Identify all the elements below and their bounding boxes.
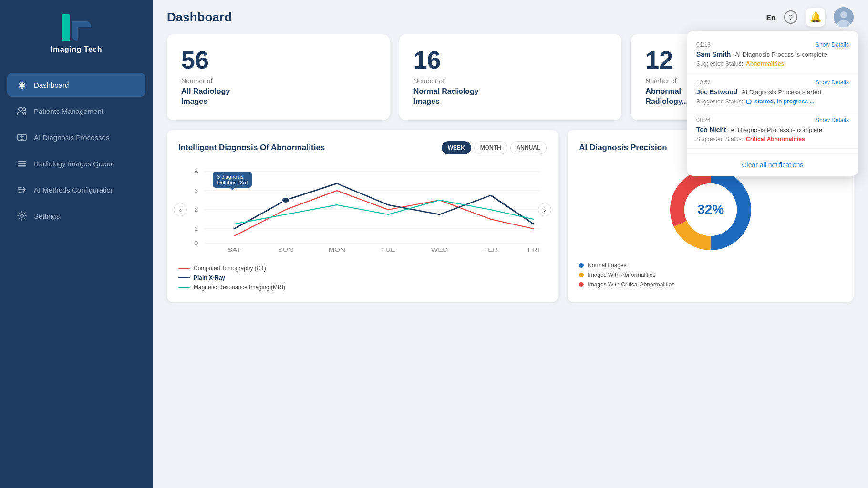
svg-text:1: 1 xyxy=(194,226,198,232)
notif-content-3: Teo Nicht AI Diagnosis Process is comple… xyxy=(696,125,849,134)
sidebar-item-queue[interactable]: Radiology Images Queue xyxy=(7,152,145,175)
notif-status-badge-2: started, in progress ... xyxy=(754,98,814,105)
svg-rect-3 xyxy=(18,161,26,162)
user-avatar[interactable] xyxy=(834,7,854,27)
chart-tooltip: 3 diagnosis October 23rd xyxy=(213,172,252,188)
sidebar-brand: Imaging Tech xyxy=(51,45,102,54)
legend-label-xray: Plain X-Ray xyxy=(194,274,225,281)
sidebar-item-label: AI Diagnosis Processes xyxy=(34,133,109,142)
notif-show-details-1[interactable]: Show Details xyxy=(816,41,849,48)
notif-status-row-1: Suggested Status: Abnormalities xyxy=(696,61,849,67)
sidebar-item-methods[interactable]: AI Methods Configuration xyxy=(7,178,145,202)
donut-chart-container: 32% xyxy=(579,162,842,257)
header: Dashboard En ? 🔔 xyxy=(153,0,868,34)
svg-point-0 xyxy=(19,107,22,111)
notif-show-details-3[interactable]: Show Details xyxy=(816,117,849,123)
legend-label-ct: Computed Tomography (CT) xyxy=(194,265,266,272)
stat-number-normal: 16 xyxy=(413,48,608,72)
chart-legend: Computed Tomography (CT) Plain X-Ray Mag… xyxy=(178,265,547,291)
notif-name-3: Teo Nicht xyxy=(696,126,726,133)
settings-icon xyxy=(17,211,27,221)
notif-time-row-1: 01:13 Show Details xyxy=(696,41,849,48)
svg-point-6 xyxy=(21,214,23,217)
line-chart-area: ‹ › 3 diagnosis October 23rd xyxy=(178,162,547,257)
legend-label-abnormal: Images With Abnormalities xyxy=(588,272,655,278)
svg-text:TUE: TUE xyxy=(381,247,396,253)
stat-card-all: 56 Number of All RadiologyImages xyxy=(167,34,390,120)
legend-item-xray: Plain X-Ray xyxy=(178,274,547,281)
sidebar-item-ai-diagnosis[interactable]: AI Diagnosis Processes xyxy=(7,125,145,149)
chart-nav-left[interactable]: ‹ xyxy=(174,203,187,216)
legend-circle-abnormal xyxy=(579,273,584,277)
donut-legend-abnormal: Images With Abnormalities xyxy=(579,272,842,278)
notif-show-details-2[interactable]: Show Details xyxy=(816,79,849,86)
sidebar: Imaging Tech ◉ Dashboard Patients Manage… xyxy=(0,0,153,488)
notif-status-label-3: Suggested Status: xyxy=(696,136,743,142)
tooltip-value: 3 diagnosis xyxy=(217,174,248,180)
svg-text:4: 4 xyxy=(194,169,198,174)
stat-card-normal: 16 Number of Normal RadiologyImages xyxy=(399,34,622,120)
donut-legend: Normal Images Images With Abnormalities … xyxy=(579,262,842,288)
chart-nav-right[interactable]: › xyxy=(538,203,551,216)
stat-label-bottom-all: All RadiologyImages xyxy=(181,87,375,107)
sidebar-item-label: Dashboard xyxy=(34,81,69,89)
notif-time-row-3: 08:24 Show Details xyxy=(696,117,849,123)
progress-spinner-icon xyxy=(746,99,752,104)
notification-item-1: 01:13 Show Details Sam Smith AI Diagnosi… xyxy=(687,36,858,73)
svg-text:SUN: SUN xyxy=(278,247,293,253)
notification-bell-button[interactable]: 🔔 xyxy=(806,8,825,27)
notification-item-3: 08:24 Show Details Teo Nicht AI Diagnosi… xyxy=(687,111,858,149)
notif-action-3: AI Diagnosis Process is complete xyxy=(730,126,822,133)
notif-name-1: Sam Smith xyxy=(696,51,731,58)
notification-item-2: 10:56 Show Details Joe Estwood AI Diagno… xyxy=(687,73,858,111)
notif-name-2: Joe Estwood xyxy=(696,88,737,96)
notif-action-2: AI Diagnosis Process started xyxy=(742,89,821,96)
period-week-button[interactable]: WEEK xyxy=(442,141,471,154)
legend-dot-mri xyxy=(178,287,190,288)
sidebar-item-label: Patients Management xyxy=(34,107,103,115)
period-annual-button[interactable]: ANNUAL xyxy=(510,141,547,154)
sidebar-item-label: Radiology Images Queue xyxy=(34,160,114,168)
legend-circle-normal xyxy=(579,263,584,268)
svg-text:MON: MON xyxy=(329,247,345,253)
svg-point-27 xyxy=(282,197,290,203)
patients-icon xyxy=(17,106,27,116)
sidebar-item-patients[interactable]: Patients Management xyxy=(7,99,145,123)
stat-number-all: 56 xyxy=(181,48,375,72)
legend-item-mri: Magnetic Resonance Imaging (MRI) xyxy=(178,284,547,291)
svg-text:2: 2 xyxy=(194,207,198,213)
notif-content-2: Joe Estwood AI Diagnosis Process started xyxy=(696,88,849,96)
notif-status-row-2: Suggested Status: started, in progress .… xyxy=(696,98,849,105)
precision-chart-title: AI Diagnosis Precision xyxy=(579,143,667,152)
language-button[interactable]: En xyxy=(766,13,775,21)
legend-label-normal: Normal Images xyxy=(588,262,626,269)
notif-time-row-2: 10:56 Show Details xyxy=(696,79,849,86)
page-title: Dashboard xyxy=(167,10,232,25)
notification-list: 01:13 Show Details Sam Smith AI Diagnosi… xyxy=(687,31,858,153)
stat-label-top-normal: Number of xyxy=(413,77,608,85)
sidebar-item-settings[interactable]: Settings xyxy=(7,204,145,228)
legend-item-ct: Computed Tomography (CT) xyxy=(178,265,547,272)
period-group: WEEK MONTH ANNUAL xyxy=(442,141,547,154)
logo-icon xyxy=(62,14,91,41)
period-month-button[interactable]: MONTH xyxy=(474,141,507,154)
main-area: Dashboard En ? 🔔 56 Number of All Radio xyxy=(153,0,868,488)
legend-dot-xray xyxy=(178,277,190,278)
donut-legend-critical: Images With Critical Abnormalities xyxy=(579,281,842,288)
help-button[interactable]: ? xyxy=(784,10,797,24)
notif-action-1: AI Diagnosis Process is complete xyxy=(735,51,827,58)
legend-circle-critical xyxy=(579,282,584,287)
svg-rect-5 xyxy=(18,165,26,167)
svg-text:FRI: FRI xyxy=(528,247,539,253)
legend-label-critical: Images With Critical Abnormalities xyxy=(588,281,674,288)
donut-legend-normal: Normal Images xyxy=(579,262,842,269)
sidebar-item-dashboard[interactable]: ◉ Dashboard xyxy=(7,73,145,97)
diagnosis-chart-header: Intelligent Diagnosis Of Abnormalities W… xyxy=(178,141,547,154)
dashboard-icon: ◉ xyxy=(17,80,27,90)
svg-text:0: 0 xyxy=(194,240,198,246)
notification-footer: Clear all notifications xyxy=(687,153,858,176)
svg-rect-4 xyxy=(18,163,26,164)
clear-notifications-button[interactable]: Clear all notifications xyxy=(742,161,803,169)
svg-text:SAT: SAT xyxy=(227,247,241,253)
svg-text:WED: WED xyxy=(431,247,448,253)
